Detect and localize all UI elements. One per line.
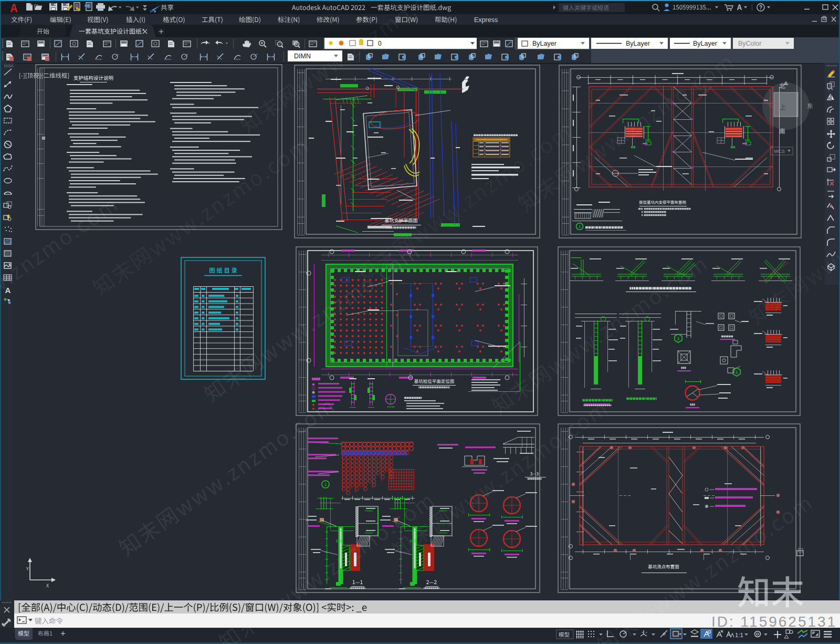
svg-text:WCS: WCS bbox=[774, 149, 785, 154]
svg-text:ByColor: ByColor bbox=[738, 40, 761, 47]
svg-text:ByLayer: ByLayer bbox=[626, 40, 650, 47]
svg-text:Express: Express bbox=[474, 16, 498, 24]
svg-text:ByLayer: ByLayer bbox=[532, 40, 556, 47]
svg-text:A: A bbox=[5, 286, 11, 295]
svg-text:DIMN: DIMN bbox=[294, 53, 311, 60]
svg-text:1:1: 1:1 bbox=[735, 632, 743, 638]
svg-text:?: ? bbox=[759, 5, 762, 11]
svg-text:ByLayer: ByLayer bbox=[693, 40, 717, 47]
svg-text:ID: 1159625131: ID: 1159625131 bbox=[711, 614, 837, 630]
